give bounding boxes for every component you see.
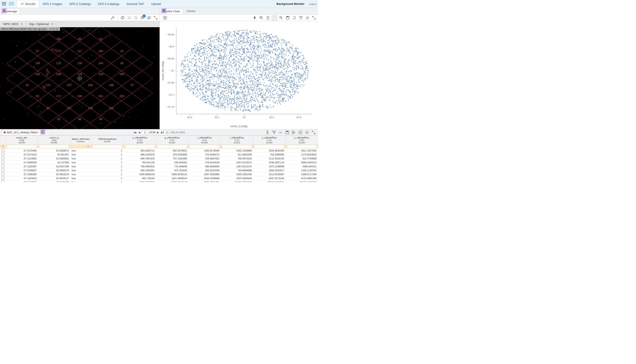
filter-input[interactable]: [287, 145, 316, 148]
row-checkbox[interactable]: [2, 157, 5, 160]
zoom-reset-icon[interactable]: [278, 15, 284, 20]
prev-page-icon[interactable]: ◂: [138, 130, 141, 135]
column-header[interactable]: coord_ra(deg)double: [38, 136, 70, 145]
background-monitor-link[interactable]: Background Monitor: [276, 2, 304, 6]
column-header[interactable]: u_cModelFlux(nJy)double: [124, 136, 156, 145]
save-table-icon[interactable]: [284, 130, 290, 135]
center-icon[interactable]: [127, 15, 132, 20]
info-icon[interactable]: [298, 130, 303, 135]
row-checkbox[interactable]: [2, 165, 5, 168]
svg-point-1158: [290, 87, 291, 88]
filter-input[interactable]: [7, 145, 37, 148]
tab-results[interactable]: Results: [17, 0, 39, 8]
table-row[interactable]: -37.152481862.0628127true1382.7381931021…: [0, 176, 318, 180]
filter-icon[interactable]: [298, 15, 303, 20]
column-header[interactable]: z_cModelFlux(nJy)double: [253, 136, 285, 145]
palette-icon[interactable]: [120, 15, 125, 20]
wrench-icon[interactable]: [110, 15, 115, 20]
filter-input[interactable]: [254, 145, 284, 148]
tab-upload[interactable]: Upload: [147, 0, 164, 8]
logout-link[interactable]: Logout: [309, 3, 316, 5]
svg-point-1666: [279, 82, 280, 83]
reset-icon[interactable]: [292, 15, 297, 20]
last-page-icon[interactable]: ▸I: [161, 130, 164, 135]
row-checkbox[interactable]: [2, 149, 5, 152]
scatter-chart[interactable]: 62.262.16261.961.8−36.85−36.9−36.95−37−3…: [160, 21, 318, 129]
column-header[interactable]: y_cModelFlux(nJy)double: [285, 136, 318, 145]
table-row[interactable]: -37.158608562.0653219true11835.890814318…: [0, 172, 318, 176]
table-row[interactable]: -37.084883962.137968true1763.591138535.9…: [0, 160, 318, 164]
zoom-in-icon[interactable]: [259, 15, 264, 20]
filter-row-icon[interactable]: [0, 145, 6, 149]
save-icon[interactable]: [285, 15, 290, 20]
tab-dp02-catalogs[interactable]: DP0.2 Catalogs: [66, 0, 94, 8]
row-checkbox[interactable]: [2, 153, 5, 156]
svg-point-1229: [229, 35, 230, 36]
svg-point-1926: [263, 56, 264, 57]
svg-point-1470: [208, 57, 209, 58]
projection-dropdown[interactable]: Equ / Spherical▼: [26, 21, 57, 27]
svg-point-838: [246, 58, 247, 60]
filter-table-icon[interactable]: [271, 130, 277, 135]
tab-dp03-catalogs[interactable]: DP0.3 Catalogs: [94, 0, 123, 8]
layers-icon[interactable]: 5: [140, 15, 145, 20]
tab-general-tap[interactable]: General TAP: [123, 0, 148, 8]
row-checkbox[interactable]: [2, 172, 5, 176]
filter-input[interactable]: [157, 145, 187, 148]
svg-point-1828: [299, 57, 300, 58]
expand-table-icon[interactable]: [311, 130, 316, 135]
gear-table-icon[interactable]: [304, 130, 310, 135]
filter-input[interactable]: [222, 145, 252, 148]
boxselect-icon[interactable]: [272, 15, 277, 20]
add-chart-icon[interactable]: [162, 15, 168, 20]
table-row[interactable]: -37.145297762.0475209true16322.733775665…: [0, 180, 318, 182]
column-header[interactable]: r_cModelFlux(nJy)double: [188, 136, 221, 145]
table-row[interactable]: -37.112389262.0505661true1645.7851419757…: [0, 156, 318, 160]
column-header[interactable]: detect_isPrimaryboolean: [70, 136, 91, 145]
microscope-icon[interactable]: [265, 130, 270, 135]
expand-chart-icon[interactable]: [311, 15, 317, 20]
svg-point-2279: [221, 80, 223, 81]
tab-dp02-images[interactable]: DP0.2 Images: [39, 0, 66, 8]
sky-image-viewer[interactable]: DP0.2 HiPS from DESC DC2 sim: gri colo… …: [0, 27, 160, 129]
svg-point-2085: [241, 68, 243, 69]
menu-icon[interactable]: [2, 2, 6, 6]
filter-input[interactable]: [125, 145, 154, 148]
table-row[interactable]: -37.157544662.0368072true1504.3582711802…: [0, 149, 318, 152]
gear-icon[interactable]: [305, 15, 310, 20]
first-page-icon[interactable]: I◂: [133, 130, 137, 135]
svg-point-3221: [294, 85, 295, 86]
column-header[interactable]: coord_dec(deg)double: [6, 136, 38, 145]
add-column-icon[interactable]: [291, 130, 296, 135]
pin-icon[interactable]: [252, 15, 257, 20]
table-row[interactable]: -37.162039762.0107166true1790.9484012778…: [0, 164, 318, 168]
column-header[interactable]: i_cModelFlux(nJy)double: [221, 136, 253, 145]
row-checkbox[interactable]: [2, 161, 5, 164]
page-input[interactable]: [142, 130, 148, 134]
svg-rect-231: [43, 86, 44, 88]
table-row[interactable]: -37.078082762.0545574true1556.1959341474…: [0, 168, 318, 172]
svg-point-839: [282, 58, 283, 59]
svg-point-2828: [292, 89, 293, 90]
svg-point-2164: [254, 76, 255, 78]
next-page-icon[interactable]: ▸: [157, 130, 159, 135]
table-row[interactable]: -37.157181462.061267true1480.1032978478.…: [0, 152, 318, 156]
row-checkbox[interactable]: [2, 180, 5, 182]
row-checkbox[interactable]: [2, 176, 5, 179]
filter-input[interactable]: [93, 145, 122, 148]
subtab-details[interactable]: Details: [184, 8, 198, 14]
row-checkbox[interactable]: [2, 168, 5, 172]
svg-point-2547: [267, 35, 268, 36]
region-icon[interactable]: [133, 15, 138, 20]
column-header[interactable]: g_cModelFlux(nJy)double: [156, 136, 188, 145]
svg-point-34: [123, 116, 124, 116]
text-icon[interactable]: Tт: [278, 130, 283, 135]
filter-input[interactable]: [190, 145, 219, 148]
expand-icon[interactable]: [153, 15, 158, 20]
svg-point-1000: [249, 31, 250, 32]
column-header[interactable]: refExtendednessdouble: [91, 136, 124, 145]
pan-icon[interactable]: [265, 15, 270, 20]
hide-icon[interactable]: [146, 15, 152, 20]
hips-moc-dropdown[interactable]: HiPS / MOC▼: [0, 21, 26, 27]
filter-input[interactable]: [39, 145, 69, 148]
